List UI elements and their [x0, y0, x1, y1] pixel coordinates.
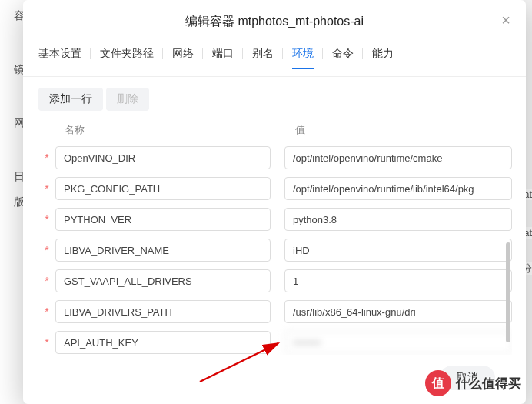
watermark: 值 什么值得买 [419, 367, 527, 399]
env-value-input[interactable] [284, 269, 512, 292]
env-value-input[interactable] [284, 239, 512, 262]
env-name-input[interactable] [55, 177, 271, 200]
modal-title-prefix: 编辑容器 [185, 15, 234, 28]
tab-1[interactable]: 文件夹路径 [100, 42, 154, 68]
scrollbar-thumb[interactable] [506, 242, 510, 342]
env-value-input[interactable] [284, 177, 512, 200]
toolbar: 添加一行 删除 [23, 77, 526, 119]
required-star-icon: * [38, 152, 55, 164]
table-row: * [38, 265, 512, 296]
env-name-input[interactable] [55, 208, 271, 231]
table-row: * [38, 204, 512, 235]
tab-3[interactable]: 端口 [212, 42, 234, 68]
required-star-icon: * [38, 182, 55, 195]
env-name-input[interactable] [55, 300, 271, 323]
tab-7[interactable]: 能力 [372, 42, 394, 68]
table-row: * [38, 296, 512, 327]
env-value-input[interactable] [284, 208, 512, 231]
add-row-button[interactable]: 添加一行 [38, 88, 103, 111]
env-name-input[interactable] [55, 269, 271, 292]
tabs: 基本设置文件夹路径网络端口别名环境命令能力 [23, 42, 526, 77]
tab-6[interactable]: 命令 [332, 42, 354, 68]
column-header-value: 值 [288, 123, 512, 137]
watermark-text: 什么值得买 [456, 375, 521, 392]
table-row: * [38, 173, 512, 204]
tab-4[interactable]: 别名 [252, 42, 274, 68]
env-table: 名称 值 ******* [23, 119, 526, 355]
table-row: * [38, 142, 512, 173]
table-header: 名称 值 [38, 119, 512, 142]
env-name-input[interactable] [55, 331, 271, 354]
watermark-badge-icon: 值 [425, 370, 451, 396]
table-row: * [38, 327, 512, 355]
modal-header: 编辑容器 mtphotos_mt-photos-ai × [23, 0, 526, 42]
env-value-input[interactable] [284, 300, 512, 323]
env-name-input[interactable] [55, 239, 271, 262]
delete-row-button[interactable]: 删除 [106, 88, 149, 111]
tab-5[interactable]: 环境 [292, 42, 314, 68]
required-star-icon: * [38, 306, 55, 318]
tab-2[interactable]: 网络 [172, 42, 194, 68]
env-value-input[interactable] [284, 331, 512, 354]
column-header-name: 名称 [65, 123, 288, 137]
edit-container-modal: 编辑容器 mtphotos_mt-photos-ai × 基本设置文件夹路径网络… [23, 0, 526, 404]
close-icon[interactable]: × [497, 11, 515, 29]
modal-title-name: mtphotos_mt-photos-ai [238, 15, 364, 28]
required-star-icon: * [38, 244, 55, 256]
tab-0[interactable]: 基本设置 [38, 42, 81, 68]
env-value-input[interactable] [284, 146, 512, 169]
env-name-input[interactable] [55, 146, 271, 169]
required-star-icon: * [38, 275, 55, 287]
table-body: ******* [38, 142, 512, 355]
required-star-icon: * [38, 213, 55, 225]
table-row: * [38, 235, 512, 265]
required-star-icon: * [38, 336, 55, 349]
